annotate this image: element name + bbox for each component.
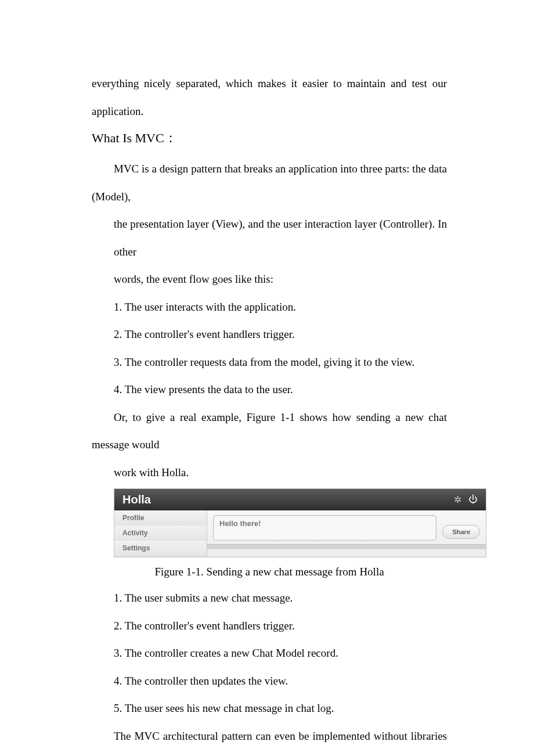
holla-step-1: 1. The user submits a new chat message. <box>92 584 447 612</box>
closing-line-1: The MVC architectural pattern can even b… <box>92 722 447 757</box>
intro-paragraph: everything nicely separated, which makes… <box>92 70 447 125</box>
holla-app-title: Holla <box>122 493 447 506</box>
holla-compose-row: Share <box>213 515 480 541</box>
flow-step-3: 3. The controller requests data from the… <box>92 348 447 376</box>
holla-step-2: 2. The controller's event handlers trigg… <box>92 612 447 640</box>
example-lead-2: work with Holla. <box>92 459 447 487</box>
section-heading-what-is-mvc: What Is MVC： <box>92 129 447 147</box>
power-icon[interactable]: ⏻ <box>468 494 478 505</box>
document-page: everything nicely separated, which makes… <box>0 0 534 756</box>
flow-step-4: 4. The view presents the data to the use… <box>92 376 447 404</box>
gear-icon[interactable]: ✲ <box>454 494 461 505</box>
holla-body: Profile Activity Settings Share <box>114 510 486 557</box>
mvc-intro-line-1: MVC is a design pattern that breaks an a… <box>92 155 447 210</box>
figure-holla-app: Holla ✲ ⏻ Profile Activity Settings Shar… <box>114 488 486 557</box>
holla-step-4: 4. The controller then updates the view. <box>92 667 447 695</box>
mvc-intro-line-2: the presentation layer (View), and the u… <box>92 210 447 265</box>
holla-header-bar: Holla ✲ ⏻ <box>114 489 486 510</box>
flow-step-2: 2. The controller's event handlers trigg… <box>92 321 447 348</box>
figure-caption: Figure 1-1. Sending a new chat message f… <box>92 566 447 578</box>
holla-step-3: 3. The controller creates a new Chat Mod… <box>92 639 447 667</box>
holla-main-panel: Share <box>207 510 486 557</box>
example-lead-1: Or, to give a real example, Figure 1-1 s… <box>92 404 447 459</box>
sidebar-item-settings[interactable]: Settings <box>114 541 207 556</box>
holla-log-bar <box>207 544 486 549</box>
chat-message-input[interactable] <box>213 515 436 541</box>
sidebar-item-activity[interactable]: Activity <box>114 525 207 541</box>
holla-step-5: 5. The user sees his new chat message in… <box>92 694 447 722</box>
mvc-intro-line-3: words, the event flow goes like this: <box>92 265 447 293</box>
holla-sidebar: Profile Activity Settings <box>114 510 207 557</box>
sidebar-item-profile[interactable]: Profile <box>114 510 207 525</box>
flow-step-1: 1. The user interacts with the applicati… <box>92 293 447 321</box>
share-button[interactable]: Share <box>442 525 480 539</box>
